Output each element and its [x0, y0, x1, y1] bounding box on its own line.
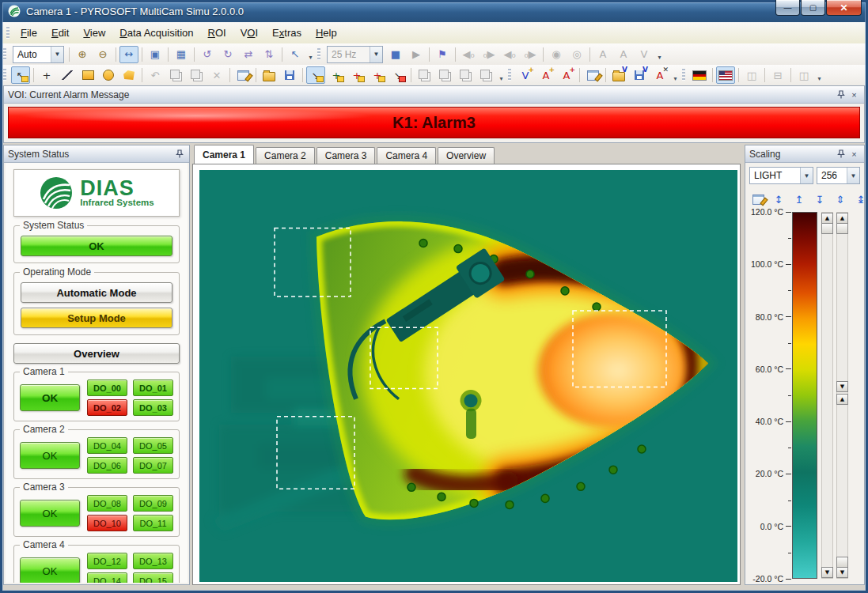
- toolbar-overflow-icon[interactable]: ▾: [305, 45, 316, 63]
- close-icon[interactable]: ×: [848, 148, 860, 160]
- mirror-horizontal-icon[interactable]: ⇄: [239, 46, 258, 63]
- record-icon[interactable]: ◉: [547, 46, 566, 63]
- system-status-ok-button[interactable]: OK: [21, 236, 172, 256]
- report-voi-icon[interactable]: V: [635, 46, 654, 63]
- scaling-properties-icon[interactable]: [749, 191, 768, 208]
- paste-icon[interactable]: [187, 66, 206, 84]
- menu-data-acquisition[interactable]: Data Acquisition: [112, 24, 200, 42]
- toolbar-overflow-icon[interactable]: ▾: [670, 66, 680, 85]
- menu-file[interactable]: File: [13, 24, 44, 42]
- lower-limit-track[interactable]: ▲ ▼ ▲ ▼: [836, 212, 848, 579]
- report-font-icon[interactable]: A: [593, 46, 612, 63]
- report-copy-icon[interactable]: A: [614, 46, 633, 63]
- camera-status-button[interactable]: OK: [20, 557, 80, 583]
- toolbar-overflow-icon[interactable]: ▾: [654, 45, 665, 63]
- camera-status-button[interactable]: OK: [20, 442, 80, 469]
- continuous-range-icon[interactable]: ↨: [851, 191, 868, 208]
- levels-combo[interactable]: 256 ▼: [817, 167, 860, 184]
- spin-thumb[interactable]: [821, 223, 833, 234]
- voi-open-icon[interactable]: V: [609, 66, 628, 84]
- thermal-image[interactable]: [199, 170, 737, 582]
- scaling-panel-header[interactable]: Scaling ×: [745, 145, 864, 163]
- tab-camera-4[interactable]: Camera 4: [377, 147, 436, 164]
- draw-polygon-icon[interactable]: [119, 66, 138, 84]
- rotate-right-icon[interactable]: ↻: [218, 46, 237, 63]
- upper-limit-icon[interactable]: ↥: [790, 191, 809, 208]
- draw-line-icon[interactable]: [58, 66, 77, 84]
- menu-roi[interactable]: ROI: [201, 24, 233, 42]
- roi-move-icon[interactable]: ↘: [306, 66, 325, 84]
- delete-icon[interactable]: ✕: [207, 66, 226, 84]
- zoom-level-combo[interactable]: Auto▼: [13, 46, 64, 63]
- select-roi-icon[interactable]: ↖: [11, 66, 30, 84]
- menu-edit[interactable]: Edit: [44, 24, 76, 42]
- alarm-next-icon[interactable]: ₀▶: [479, 46, 498, 63]
- arrange-back-icon[interactable]: [435, 66, 454, 84]
- zoom-fit-icon[interactable]: ↔: [119, 46, 138, 63]
- alarm-new-icon[interactable]: A+: [536, 66, 555, 84]
- language-english-icon[interactable]: [716, 66, 735, 84]
- title-bar[interactable]: Camera 1 - PYROSOFT MultiCam Simu 2.0.0.…: [0, 0, 868, 22]
- draw-ellipse-icon[interactable]: [99, 66, 118, 84]
- layout-vertical-icon[interactable]: ◫: [742, 66, 761, 84]
- spin-down-icon[interactable]: ▼: [821, 567, 833, 578]
- spin-down-icon[interactable]: ▼: [836, 381, 848, 392]
- language-german-icon[interactable]: [690, 66, 709, 84]
- lower-limit-icon[interactable]: ↧: [810, 191, 829, 208]
- rotate-left-icon[interactable]: ↺: [198, 46, 217, 63]
- spin-up-icon[interactable]: ▲: [836, 394, 848, 405]
- tab-camera-3[interactable]: Camera 3: [316, 147, 376, 164]
- roi-paste-icon[interactable]: +: [368, 66, 387, 84]
- draw-rectangle-icon[interactable]: [78, 66, 97, 84]
- layout-horizontal-icon[interactable]: ⊟: [768, 66, 787, 84]
- pointer-mode-icon[interactable]: ↖: [286, 46, 305, 63]
- alarm-last-icon[interactable]: ₀▶: [521, 46, 540, 63]
- voi-panel-header[interactable]: VOI: Current Alarm Message ×: [4, 86, 864, 104]
- zoom-in-icon[interactable]: ⊕: [73, 46, 92, 63]
- tab-camera-2[interactable]: Camera 2: [256, 147, 315, 164]
- layout-split-icon[interactable]: ◫: [794, 66, 813, 84]
- spin-down-icon[interactable]: ▼: [836, 567, 848, 578]
- spin-up-icon[interactable]: ▲: [821, 213, 833, 224]
- mirror-vertical-icon[interactable]: ⇅: [260, 46, 279, 63]
- flag-icon[interactable]: ⚑: [433, 46, 452, 63]
- spin-thumb[interactable]: [836, 223, 848, 234]
- overview-button[interactable]: Overview: [13, 343, 180, 364]
- menu-extras[interactable]: Extras: [265, 24, 309, 42]
- copy-icon[interactable]: [166, 66, 185, 84]
- voi-save-icon[interactable]: V: [630, 66, 649, 84]
- draw-point-icon[interactable]: +: [37, 66, 56, 84]
- alarm-add-icon[interactable]: A+: [557, 66, 576, 84]
- voi-new-icon[interactable]: V+: [516, 66, 535, 84]
- roi-save-icon[interactable]: [280, 66, 299, 84]
- tab-overview[interactable]: Overview: [438, 147, 495, 164]
- voi-delete-icon[interactable]: A✕: [650, 66, 669, 84]
- roi-open-icon[interactable]: [260, 66, 279, 84]
- alarm-prev-icon[interactable]: ◀₀: [459, 46, 478, 63]
- spin-up-icon[interactable]: ▲: [836, 213, 848, 224]
- pin-icon[interactable]: [835, 89, 847, 100]
- spin-thumb[interactable]: [836, 557, 848, 568]
- roi-copy-icon[interactable]: +: [347, 66, 366, 84]
- toolbar-overflow-icon[interactable]: ▾: [496, 66, 506, 85]
- voi-properties-icon[interactable]: [583, 66, 602, 84]
- maximize-button[interactable]: ▢: [801, 0, 825, 16]
- system-status-panel-header[interactable]: System Status: [4, 145, 189, 163]
- full-image-icon[interactable]: ▣: [146, 46, 165, 63]
- undo-icon[interactable]: ↶: [146, 66, 165, 84]
- record-stop-icon[interactable]: ◎: [567, 46, 586, 63]
- tab-camera-1[interactable]: Camera 1: [194, 145, 254, 164]
- expand-range-icon[interactable]: ↕: [769, 191, 788, 208]
- play-icon[interactable]: ▶: [407, 46, 426, 63]
- upper-limit-track[interactable]: ▲ ▼: [821, 212, 833, 579]
- roi-properties-icon[interactable]: [233, 66, 252, 84]
- arrange-down-icon[interactable]: [476, 66, 495, 84]
- pin-icon[interactable]: [835, 148, 847, 160]
- menu-help[interactable]: Help: [309, 24, 344, 42]
- menu-voi[interactable]: VOI: [233, 24, 265, 42]
- menu-view[interactable]: View: [76, 24, 112, 42]
- automatic-mode-button[interactable]: Automatic Mode: [21, 282, 172, 303]
- zoom-out-icon[interactable]: ⊖: [93, 46, 112, 63]
- arrange-up-icon[interactable]: [456, 66, 475, 84]
- minimize-button[interactable]: —: [775, 0, 800, 16]
